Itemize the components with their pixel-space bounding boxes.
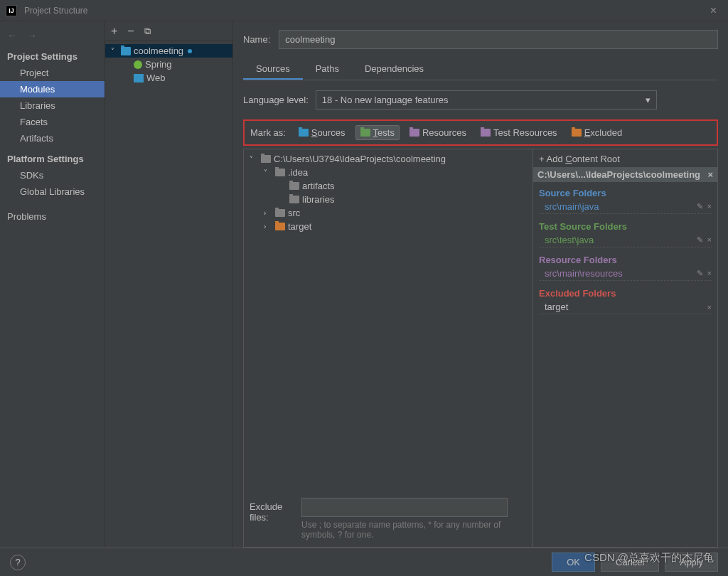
dir-src[interactable]: › src <box>244 206 532 220</box>
back-arrow-icon[interactable]: ← <box>7 30 17 41</box>
module-name: coolmeeting <box>134 46 183 56</box>
mark-excluded-label: xcluded <box>590 127 622 138</box>
facet-label: Spring <box>145 59 172 70</box>
nav-libraries[interactable]: Libraries <box>0 97 105 114</box>
language-level-label: Language level: <box>243 95 309 105</box>
folder-path: src\test\java <box>545 235 594 245</box>
directory-tree: ˅ C:\Users\U3794\IdeaProjects\coolmeetin… <box>243 149 533 548</box>
remove-icon[interactable]: × <box>707 303 712 311</box>
copy-icon[interactable]: ⧉ <box>144 26 151 37</box>
nav-facets[interactable]: Facets <box>0 114 105 130</box>
name-label: Name: <box>243 34 270 45</box>
remove-root-icon[interactable]: × <box>707 169 713 180</box>
mark-sources-label: ources <box>318 127 346 138</box>
exclude-files-hint: Use ; to separate name patterns, * for a… <box>301 520 527 540</box>
nav-artifacts[interactable]: Artifacts <box>0 130 105 146</box>
language-level-select[interactable]: 18 - No new language features ▾ <box>316 90 657 110</box>
dir-artifacts[interactable]: artifacts <box>244 179 532 193</box>
nav-project[interactable]: Project <box>0 65 105 81</box>
source-folder-item[interactable]: src\main\java ✎× <box>539 200 712 214</box>
left-nav-panel: ← → Project Settings Project Modules Lib… <box>0 21 105 548</box>
language-level-value: 18 - No new language features <box>322 95 449 105</box>
detail-panel: Name: Sources Paths Dependencies Languag… <box>233 21 728 548</box>
mark-sources-button[interactable]: Sources <box>294 126 350 139</box>
mark-resources-label: Resources <box>422 127 466 138</box>
mark-tests-button[interactable]: Tests <box>355 125 400 140</box>
mark-test-resources-label: Test Resources <box>493 127 557 138</box>
name-input[interactable] <box>279 30 718 49</box>
nav-modules[interactable]: Modules <box>0 81 105 97</box>
folder-icon <box>299 129 309 137</box>
mark-as-row: Mark as: Sources Tests Resources Test Re… <box>243 119 718 146</box>
source-folders-title: Source Folders <box>539 186 712 200</box>
folder-icon <box>572 129 582 137</box>
module-tree: ˅ coolmeeting Spring Web <box>105 41 232 87</box>
detail-tabs: Sources Paths Dependencies <box>243 59 718 80</box>
dir-target[interactable]: › target <box>244 220 532 233</box>
selection-dot-icon <box>188 49 192 53</box>
ok-button[interactable]: OK <box>552 553 595 572</box>
window-title: Project Structure <box>24 6 705 16</box>
dir-root-label: C:\Users\U3794\IdeaProjects\coolmeeting <box>274 154 446 164</box>
folder-path: src\main\resources <box>545 268 623 279</box>
remove-icon[interactable]: − <box>127 25 134 38</box>
edit-icon[interactable]: ✎ <box>697 235 703 245</box>
folder-icon <box>275 209 285 217</box>
app-icon: IJ <box>6 5 17 16</box>
forward-arrow-icon[interactable]: → <box>27 30 37 41</box>
folder-path: target <box>545 302 568 312</box>
folder-icon <box>289 182 299 190</box>
chevron-down-icon[interactable]: ˅ <box>111 47 118 55</box>
facet-label: Web <box>146 73 166 83</box>
remove-icon[interactable]: × <box>707 202 712 211</box>
excluded-folders-section: Excluded Folders target × <box>539 287 712 314</box>
folder-icon <box>410 129 419 137</box>
nav-problems[interactable]: Problems <box>0 208 105 225</box>
chevron-right-icon[interactable]: › <box>264 223 272 230</box>
folder-icon <box>261 155 271 163</box>
add-content-root-button[interactable]: + Add Content Root <box>539 152 712 166</box>
module-root[interactable]: ˅ coolmeeting <box>105 44 232 58</box>
tab-dependencies[interactable]: Dependencies <box>352 59 437 80</box>
close-icon[interactable]: × <box>705 4 722 17</box>
cancel-button[interactable]: Cancel <box>601 553 659 572</box>
chevron-right-icon[interactable]: › <box>264 209 272 217</box>
exclude-files-label: Exclude files: <box>250 498 294 523</box>
excluded-folder-item[interactable]: target × <box>539 300 712 314</box>
dir-idea[interactable]: ˅ .idea <box>244 166 532 179</box>
facet-web[interactable]: Web <box>105 71 232 85</box>
resource-folder-item[interactable]: src\main\resources ✎× <box>539 267 712 281</box>
resource-folders-title: Resource Folders <box>539 253 712 267</box>
name-row: Name: <box>243 30 718 49</box>
edit-icon[interactable]: ✎ <box>697 202 703 211</box>
nav-global-libraries[interactable]: Global Libraries <box>0 183 105 200</box>
mark-test-resources-button[interactable]: Test Resources <box>476 126 562 139</box>
nav-sdks[interactable]: SDKs <box>0 167 105 183</box>
content-root-label: C:\Users\...\IdeaProjects\coolmeeting <box>537 169 700 180</box>
exclude-files-input[interactable] <box>301 498 508 517</box>
mark-excluded-button[interactable]: Excluded <box>567 126 626 139</box>
dir-root[interactable]: ˅ C:\Users\U3794\IdeaProjects\coolmeetin… <box>244 152 532 166</box>
exclude-files-row: Exclude files: Use ; to separate name pa… <box>250 491 527 547</box>
remove-icon[interactable]: × <box>707 269 712 278</box>
mark-resources-button[interactable]: Resources <box>405 126 471 139</box>
excluded-folders-title: Excluded Folders <box>539 287 712 300</box>
folder-path: src\main\java <box>545 201 599 212</box>
dir-libraries[interactable]: libraries <box>244 193 532 206</box>
tab-paths[interactable]: Paths <box>303 59 352 80</box>
edit-icon[interactable]: ✎ <box>697 269 703 278</box>
spring-icon <box>134 60 142 69</box>
folder-icon <box>360 129 370 137</box>
apply-button[interactable]: Apply <box>665 553 718 572</box>
test-folder-item[interactable]: src\test\java ✎× <box>539 233 712 247</box>
dir-label: libraries <box>302 194 335 205</box>
help-icon[interactable]: ? <box>10 555 26 570</box>
add-icon[interactable]: + <box>111 25 117 38</box>
content-root-path[interactable]: C:\Users\...\IdeaProjects\coolmeeting × <box>533 167 717 182</box>
chevron-down-icon[interactable]: ˅ <box>264 169 272 176</box>
tab-sources[interactable]: Sources <box>243 59 303 80</box>
remove-icon[interactable]: × <box>707 235 712 245</box>
test-folders-title: Test Source Folders <box>539 220 712 233</box>
chevron-down-icon[interactable]: ˅ <box>250 155 258 163</box>
facet-spring[interactable]: Spring <box>105 58 232 71</box>
